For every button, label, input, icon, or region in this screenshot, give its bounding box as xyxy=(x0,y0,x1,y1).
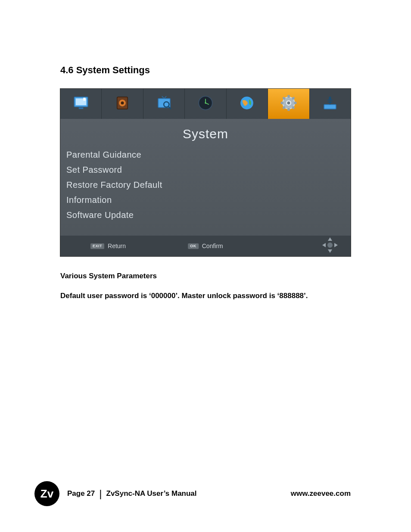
menu-item-software-update[interactable]: Software Update xyxy=(66,208,351,223)
page-number: Page 27 xyxy=(67,489,95,498)
svg-point-28 xyxy=(329,96,331,99)
globe-icon xyxy=(238,94,256,114)
hint-return: EXIT Return xyxy=(90,243,126,249)
tab-system[interactable] xyxy=(268,89,309,119)
system-menu-list: Parental Guidance Set Password Restore F… xyxy=(60,147,351,236)
usb-icon xyxy=(321,94,339,114)
svg-rect-2 xyxy=(83,98,85,101)
svg-marker-30 xyxy=(328,249,332,253)
menu-item-restore-factory-default[interactable]: Restore Factory Default xyxy=(66,177,351,193)
hint-confirm: OK Confirm xyxy=(188,243,223,249)
svg-point-6 xyxy=(121,102,124,105)
section-heading: 4.6 System Settings xyxy=(60,65,351,76)
panel-title: System xyxy=(60,119,351,147)
zv-logo: Zv xyxy=(34,481,59,506)
svg-rect-18 xyxy=(280,102,283,104)
svg-rect-17 xyxy=(287,108,290,111)
svg-rect-16 xyxy=(287,95,290,98)
tab-usb[interactable] xyxy=(310,89,351,119)
dpad-icon xyxy=(321,236,339,255)
tab-row xyxy=(60,89,351,119)
caption-body: Default user password is ‘000000’. Maste… xyxy=(60,291,351,301)
exit-badge: EXIT xyxy=(90,243,104,249)
svg-rect-19 xyxy=(293,102,296,104)
menu-item-information[interactable]: Information xyxy=(66,193,351,208)
gear-icon xyxy=(280,94,298,114)
svg-marker-31 xyxy=(322,243,326,247)
svg-point-13 xyxy=(205,102,206,104)
footer-url: www.zeevee.com xyxy=(291,489,351,498)
menu-item-set-password[interactable]: Set Password xyxy=(66,162,351,177)
svg-marker-32 xyxy=(334,243,338,247)
footer-separator: | xyxy=(99,488,102,500)
hint-bar: EXIT Return OK Confirm xyxy=(60,236,351,256)
tab-sound[interactable] xyxy=(102,89,143,119)
svg-rect-3 xyxy=(78,108,83,109)
tab-channel[interactable] xyxy=(143,89,185,119)
tab-language[interactable] xyxy=(227,89,268,119)
return-label: Return xyxy=(108,243,126,249)
tab-time[interactable] xyxy=(185,89,226,119)
svg-point-33 xyxy=(327,243,333,248)
svg-marker-29 xyxy=(328,237,332,241)
speaker-icon xyxy=(113,94,131,114)
page-footer: Zv Page 27 | ZvSync-NA User’s Manual www… xyxy=(0,481,411,506)
confirm-label: Confirm xyxy=(202,243,223,249)
menu-item-parental-guidance[interactable]: Parental Guidance xyxy=(66,147,351,162)
clock-icon xyxy=(196,94,215,114)
tv-search-icon xyxy=(155,94,173,114)
manual-title: ZvSync-NA User’s Manual xyxy=(106,489,197,498)
caption-title: Various System Parameters xyxy=(60,272,351,280)
monitor-icon xyxy=(72,94,90,114)
system-settings-screenshot: System Parental Guidance Set Password Re… xyxy=(60,89,351,256)
svg-point-26 xyxy=(287,102,290,105)
ok-badge: OK xyxy=(188,243,199,249)
tab-picture[interactable] xyxy=(60,89,102,119)
svg-rect-27 xyxy=(324,105,336,109)
